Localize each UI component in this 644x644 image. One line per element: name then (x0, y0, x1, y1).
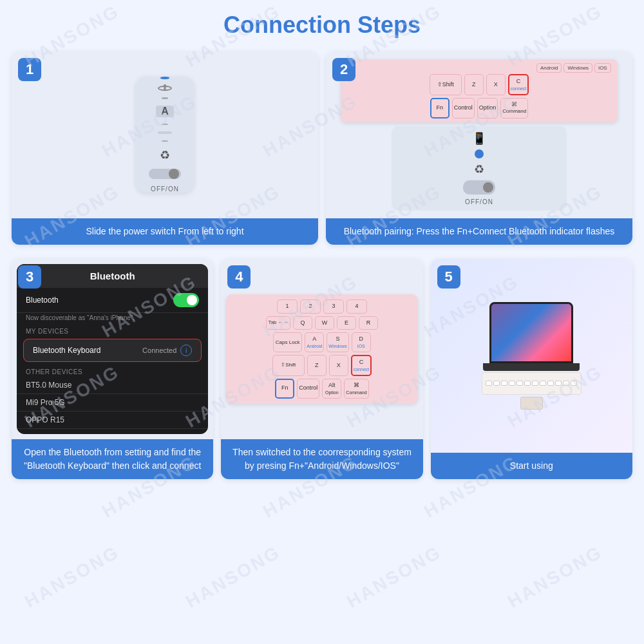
step-3-number: 3 (18, 265, 41, 289)
step-5-caption: Start using (431, 453, 632, 479)
letter-a-icon: A (156, 106, 174, 117)
bt-led (475, 149, 484, 158)
bt-header: Bluetooth (17, 264, 208, 288)
tablet-base (483, 363, 580, 371)
step-4-caption: Then switched to the coorresponding syst… (221, 439, 422, 479)
a-key: AAndroid (305, 332, 324, 352)
power-slider-2[interactable] (463, 180, 495, 194)
step-5-card: 5 (431, 259, 632, 479)
step-5-image: 5 (431, 259, 632, 453)
info-icon[interactable]: i (180, 345, 192, 356)
num-2: 2 (300, 299, 321, 314)
mini-key-11 (563, 381, 569, 386)
x-key: X (486, 74, 506, 95)
mini-key-10 (555, 381, 562, 386)
connected-badge: Connected (142, 346, 176, 354)
d-key: DIOS (352, 332, 371, 352)
mini-key-5 (516, 381, 523, 386)
mini-key-8 (540, 381, 546, 386)
command-key: ⌘Command (500, 98, 528, 118)
bottom-steps-grid: 3 Bluetooth Bluetooth Now discoverable a… (0, 259, 644, 486)
top-steps-grid: 1 A ♻ OFF/ON Slide the power switch From… (0, 45, 644, 259)
control-key-4: Control (297, 379, 319, 399)
other-devices-label: OTHER DEVICES (17, 365, 208, 377)
bt-discoverable-text: Now discoverable as "Anna's iPhone". (17, 313, 208, 324)
keyboard-bar (482, 372, 582, 395)
page-title: Connection Steps (0, 0, 644, 45)
x-key-4: X (329, 355, 348, 376)
s-key: SWindows (327, 332, 348, 352)
fn-key: Fn (430, 98, 450, 118)
c-connect-key-4: Cconnect (351, 355, 372, 376)
bt-toggle-row: Bluetooth (17, 288, 208, 313)
fn-row-4: Fn Control AltOption ⌘Command (231, 379, 412, 399)
keyboard-bar-keys (482, 379, 580, 387)
step-5-number: 5 (437, 265, 460, 289)
bt-other-device-1[interactable]: Mi9 Pro 5G (17, 394, 208, 412)
shift-key-4: ⇧Shift (272, 355, 305, 376)
w-key: W (315, 316, 334, 330)
slider-knob (169, 169, 179, 179)
step-3-image: 3 Bluetooth Bluetooth Now discoverable a… (12, 259, 213, 439)
power-icon (158, 86, 172, 91)
q-key: Q (293, 316, 312, 330)
keyboard-step4: 1 2 3 4 Tab ←→ Q W E R Caps Lock AAndroi… (226, 294, 417, 404)
step-4-card: 4 1 2 3 4 Tab ←→ Q W E R (221, 259, 422, 479)
command-key-4: ⌘Command (344, 379, 368, 399)
off-on-label: OFF/ON (151, 185, 179, 193)
top-keys-row: Android Windows IOS (345, 63, 613, 74)
bt-toggle-switch[interactable] (173, 293, 199, 307)
shift-key: ⇧Shift (430, 74, 462, 95)
step-1-caption: Slide the power switch From left to righ… (12, 218, 318, 245)
option-key: Option (477, 98, 498, 118)
caps-asd-row: Caps Lock AAndroid SWindows DIOS (231, 332, 412, 352)
step-1-image: 1 A ♻ OFF/ON (12, 52, 318, 218)
step-2-caption: Bluetooth pairing: Press the Fn+Connect … (326, 218, 632, 245)
bt-toggle-knob (187, 295, 197, 305)
windows-key: Windows (564, 63, 592, 73)
mini-key-6 (524, 381, 531, 386)
mini-key-2 (493, 381, 500, 386)
bt-keyboard-device[interactable]: Bluetooth Keyboard Connected i (23, 339, 202, 362)
key-row-shift-z-x-c: ⇧Shift Z X Cconnect (345, 74, 613, 95)
indicator-dot-2 (162, 124, 168, 126)
mini-key-12 (571, 381, 577, 386)
ios-key: IOS (594, 63, 611, 73)
my-devices-label: MY DEVICES (17, 324, 208, 336)
mini-key-7 (532, 381, 538, 386)
step-2-number: 2 (332, 58, 355, 81)
bt-other-device-0[interactable]: BT5.0 Mouse (17, 377, 208, 394)
rect-icon (158, 131, 172, 134)
step-4-image: 4 1 2 3 4 Tab ←→ Q W E R (221, 259, 422, 439)
c-connect-key: Cconnect (508, 74, 529, 95)
link-icon-2: ♻ (474, 162, 484, 176)
mini-key-9 (547, 381, 554, 386)
tab-qwer-row: Tab ←→ Q W E R (231, 316, 412, 330)
android-key: Android (536, 63, 562, 73)
shift-zxc-row: ⇧Shift Z X Cconnect (231, 355, 412, 376)
z-key: Z (464, 74, 484, 95)
r-key: R (359, 316, 378, 330)
tablet-with-keyboard (482, 302, 582, 410)
power-led-dot (160, 77, 169, 79)
power-slider[interactable] (149, 169, 181, 179)
fn-key-4: Fn (275, 379, 294, 399)
step-1-number: 1 (18, 58, 41, 81)
bt-other-device-2[interactable]: OPPO R15 (17, 412, 208, 429)
step-1-card: 1 A ♻ OFF/ON Slide the power switch From… (12, 52, 318, 245)
indicator-dot-1 (162, 97, 168, 99)
mini-key-1 (486, 381, 492, 386)
step-2-card: 2 Android Windows IOS ⇧Shift Z X Cconnec… (326, 52, 632, 245)
device-lower: 📱 ♻ OFF/ON (392, 126, 566, 211)
device-illustration: A ♻ OFF/ON (136, 77, 194, 193)
trackpad (520, 397, 543, 410)
off-on-label-2: OFF/ON (465, 198, 493, 205)
caps-lock-key: Caps Lock (273, 332, 302, 352)
key-row-fn-ctrl-opt-cmd: Fn Control Option ⌘Command (345, 98, 613, 118)
tablet-screen (489, 302, 573, 363)
option-key-4: AltOption (322, 379, 341, 399)
phone-icon: 📱 (472, 131, 486, 146)
tab-key: Tab ←→ (266, 316, 290, 330)
link-icon: ♻ (160, 148, 170, 162)
step-3-caption: Open the Bluetooth from setting and find… (12, 439, 213, 479)
